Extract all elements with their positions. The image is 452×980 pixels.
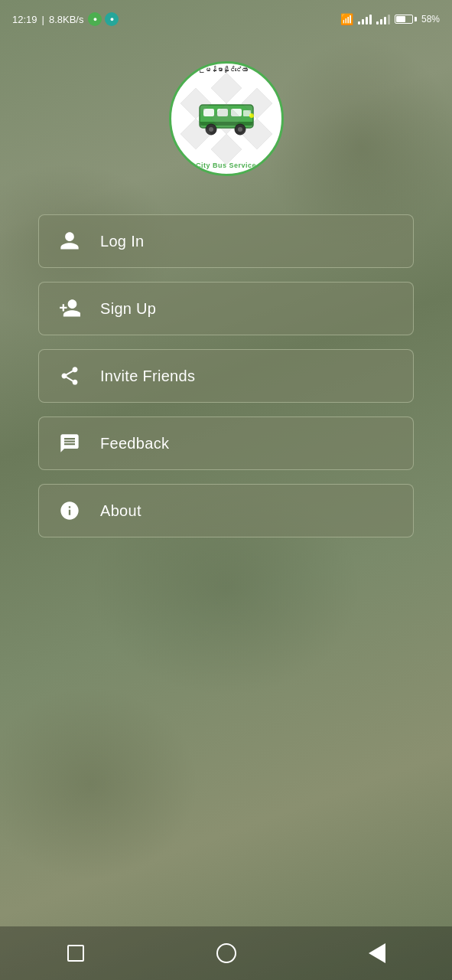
chat-icon bbox=[39, 433, 100, 454]
battery-body bbox=[395, 15, 413, 24]
battery-percent: 58% bbox=[421, 14, 440, 24]
info-icon bbox=[39, 500, 100, 521]
nav-square-button[interactable] bbox=[57, 934, 95, 972]
invite-label: Invite Friends bbox=[100, 368, 195, 385]
nav-home-button[interactable] bbox=[207, 934, 246, 972]
signal-bar-6 bbox=[380, 19, 382, 24]
login-label: Log In bbox=[100, 233, 144, 250]
status-right: 📶 58% bbox=[340, 13, 440, 25]
feedback-button[interactable]: Feedback bbox=[38, 416, 414, 470]
signal-bar-5 bbox=[376, 21, 379, 24]
main-content: မြန်မာနိုင်ငံတော် bbox=[0, 38, 452, 926]
circle-icon bbox=[216, 943, 236, 963]
battery-tip bbox=[415, 17, 417, 21]
wifi-icon: 📶 bbox=[340, 13, 353, 25]
signal-bars bbox=[358, 14, 372, 24]
signal-bar-8 bbox=[388, 15, 390, 24]
notification-dot-2: ● bbox=[105, 12, 119, 26]
login-icon-svg bbox=[59, 230, 80, 252]
share-icon bbox=[39, 365, 100, 387]
app-logo: မြန်မာနိုင်ငံတော် bbox=[169, 61, 284, 176]
signal-bar-7 bbox=[384, 17, 386, 24]
about-icon-svg bbox=[59, 500, 80, 521]
invite-icon-svg bbox=[59, 365, 80, 387]
signup-icon-svg bbox=[59, 298, 80, 319]
about-button[interactable]: About bbox=[38, 484, 414, 537]
bottom-nav bbox=[0, 926, 452, 980]
feedback-icon-svg bbox=[59, 433, 80, 454]
nav-back-button[interactable] bbox=[358, 934, 396, 972]
login-button[interactable]: Log In bbox=[38, 214, 414, 268]
logo-pattern bbox=[173, 65, 280, 172]
battery-icon bbox=[395, 15, 417, 24]
status-left: 12:19 | 8.8KB/s ● ● bbox=[12, 12, 119, 26]
logo-circle: မြန်မာနိုင်ငံတော် bbox=[169, 61, 284, 176]
signal-bar-2 bbox=[362, 19, 364, 24]
status-bar: 12:19 | 8.8KB/s ● ● 📶 58% bbox=[0, 0, 452, 38]
notification-icons: ● ● bbox=[88, 12, 119, 26]
speed-display: | bbox=[42, 14, 44, 25]
network-speed: 8.8KB/s bbox=[49, 14, 84, 25]
signup-button[interactable]: Sign Up bbox=[38, 282, 414, 335]
signal-bar-1 bbox=[358, 21, 360, 24]
signal-bar-4 bbox=[369, 15, 372, 24]
signup-label: Sign Up bbox=[100, 300, 156, 318]
about-label: About bbox=[100, 502, 141, 520]
person-icon bbox=[39, 230, 100, 252]
battery-fill bbox=[396, 16, 405, 22]
square-icon bbox=[67, 945, 84, 962]
invite-button[interactable]: Invite Friends bbox=[38, 349, 414, 403]
menu-buttons: Log In Sign Up Invite Friends bbox=[38, 214, 414, 537]
feedback-label: Feedback bbox=[100, 435, 169, 452]
time-display: 12:19 bbox=[12, 14, 37, 25]
triangle-icon bbox=[369, 943, 385, 963]
person-add-icon bbox=[39, 298, 100, 319]
signal-bar-3 bbox=[366, 17, 368, 24]
signal-bars-2 bbox=[376, 14, 390, 24]
notification-dot-1: ● bbox=[88, 12, 102, 26]
